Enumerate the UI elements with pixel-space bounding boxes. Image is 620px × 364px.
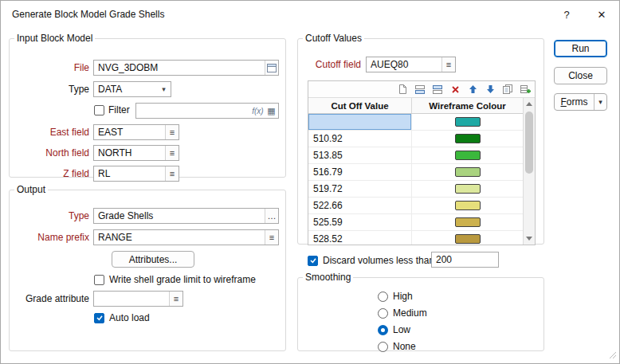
help-button[interactable]: ? — [549, 1, 584, 28]
table-row[interactable] — [308, 114, 535, 131]
cutoff-field-pick-icon[interactable]: ≡ — [441, 57, 455, 72]
auto-load-row: Auto load — [94, 312, 150, 323]
forms-button[interactable]: Forms — [555, 94, 594, 110]
north-input[interactable] — [94, 146, 165, 160]
z-input[interactable] — [94, 166, 165, 181]
z-field-label: Z field — [10, 166, 89, 182]
add-grid-row-icon[interactable] — [518, 83, 532, 96]
column-header-cutoff-value: Cut Off Value — [308, 98, 412, 113]
wireframe-colour-swatch[interactable] — [455, 134, 481, 143]
table-row[interactable]: 522.66 — [308, 198, 535, 214]
ellipsis-icon[interactable]: … — [265, 209, 278, 223]
scrollbar-thumb[interactable] — [525, 112, 533, 174]
filter-grid-icon[interactable]: ▦ — [265, 104, 278, 118]
north-field-label: North field — [10, 145, 89, 161]
smoothing-option[interactable]: Medium — [378, 307, 427, 319]
z-field: ≡ — [93, 166, 179, 182]
name-prefix-pick-icon[interactable]: ≡ — [265, 230, 278, 245]
east-pick-icon[interactable]: ≡ — [165, 125, 179, 139]
browse-icon[interactable] — [265, 61, 278, 75]
insert-row-icon[interactable] — [413, 83, 427, 96]
close-window-button[interactable]: ✕ — [584, 1, 619, 28]
new-row-icon[interactable] — [395, 83, 410, 96]
east-field-label: East field — [10, 124, 89, 140]
radio-label: Low — [393, 324, 410, 335]
output-type-input[interactable] — [94, 209, 265, 223]
discard-checkbox[interactable] — [308, 256, 318, 266]
radio-icon — [378, 292, 388, 302]
wireframe-colour-swatch[interactable] — [455, 234, 481, 244]
north-pick-icon[interactable]: ≡ — [165, 146, 179, 160]
cutoff-value-cell[interactable] — [308, 114, 412, 130]
cutoff-value-cell[interactable]: 513.85 — [308, 147, 412, 163]
table-row[interactable]: 525.59 — [308, 214, 535, 231]
close-button[interactable]: Close — [554, 67, 607, 84]
append-row-icon[interactable] — [430, 83, 445, 96]
grade-attribute-field: ≡ — [93, 291, 183, 307]
wireframe-colour-cell — [412, 198, 523, 213]
chevron-down-icon[interactable]: ▾ — [157, 82, 171, 96]
scroll-down-icon[interactable] — [524, 233, 535, 245]
delete-row-icon[interactable] — [448, 83, 462, 96]
cutoff-table-header: Cut Off Value Wireframe Colour — [308, 98, 535, 114]
wireframe-colour-swatch[interactable] — [455, 217, 481, 227]
write-shell-checkbox[interactable] — [94, 275, 104, 285]
name-prefix-input[interactable] — [94, 230, 265, 245]
smoothing-option[interactable]: None — [378, 341, 427, 352]
radio-icon — [378, 342, 388, 352]
cutoff-field-input[interactable] — [367, 57, 441, 72]
attributes-button[interactable]: Attributes... — [112, 251, 194, 268]
table-row[interactable]: 510.92 — [308, 131, 535, 147]
resize-grip[interactable] — [609, 350, 617, 362]
east-input[interactable] — [94, 125, 165, 139]
auto-load-checkbox[interactable] — [94, 313, 104, 323]
grade-attribute-pick-icon[interactable]: ≡ — [169, 292, 182, 306]
cutoff-value-cell[interactable]: 516.79 — [308, 164, 412, 180]
grade-attribute-input[interactable] — [94, 292, 169, 306]
output-type-label: Type — [10, 208, 89, 224]
dialog-title: Generate Block Model Grade Shells — [12, 9, 164, 20]
cutoff-value-cell[interactable]: 525.59 — [308, 214, 412, 230]
cutoff-value-cell[interactable]: 522.66 — [308, 198, 412, 213]
wireframe-colour-swatch[interactable] — [455, 117, 481, 127]
move-up-icon[interactable] — [465, 83, 480, 96]
forms-dropdown-icon[interactable]: ▾ — [594, 94, 606, 110]
smoothing-option[interactable]: High — [378, 291, 427, 302]
table-row[interactable]: 528.52 — [308, 231, 535, 245]
auto-load-label: Auto load — [109, 312, 150, 323]
type-label: Type — [10, 81, 89, 97]
wireframe-colour-cell — [412, 131, 523, 147]
type-dropdown[interactable]: ▾ — [93, 81, 171, 97]
wireframe-colour-swatch[interactable] — [455, 167, 481, 177]
run-button[interactable]: Run — [554, 40, 607, 57]
cutoff-value-cell[interactable]: 528.52 — [308, 231, 412, 245]
table-row[interactable]: 513.85 — [308, 147, 535, 164]
cutoff-value-cell[interactable]: 519.72 — [308, 181, 412, 197]
wireframe-colour-swatch[interactable] — [455, 184, 481, 194]
wireframe-colour-swatch[interactable] — [455, 151, 481, 160]
z-pick-icon[interactable]: ≡ — [165, 166, 179, 181]
wireframe-colour-cell — [412, 114, 523, 130]
wireframe-colour-cell — [412, 181, 523, 197]
east-field: ≡ — [93, 124, 179, 140]
cutoff-table: Cut Off Value Wireframe Colour 510.92 51… — [308, 80, 536, 245]
wireframe-colour-swatch[interactable] — [455, 201, 481, 210]
table-row[interactable]: 519.72 — [308, 181, 535, 198]
move-down-icon[interactable] — [483, 83, 497, 96]
cutoff-table-scrollbar[interactable] — [523, 98, 535, 245]
filter-checkbox[interactable] — [94, 105, 104, 115]
copy-rows-icon[interactable] — [500, 83, 515, 96]
file-input[interactable] — [94, 61, 265, 75]
cutoff-value-cell[interactable]: 510.92 — [308, 131, 412, 147]
filter-field: f(x) ▦ — [135, 103, 279, 119]
scroll-up-icon[interactable] — [524, 98, 535, 110]
output-group: Output Type … Name prefix ≡ Attributes..… — [9, 184, 286, 351]
discard-label: Discard volumes less than — [323, 255, 434, 266]
discard-value-input[interactable] — [432, 252, 498, 267]
fx-icon[interactable]: f(x) — [251, 104, 265, 118]
filter-input[interactable] — [136, 104, 251, 118]
smoothing-option[interactable]: Low — [378, 324, 427, 335]
table-row[interactable]: 516.79 — [308, 164, 535, 181]
output-title: Output — [14, 184, 48, 195]
name-prefix-label: Name prefix — [10, 229, 89, 245]
